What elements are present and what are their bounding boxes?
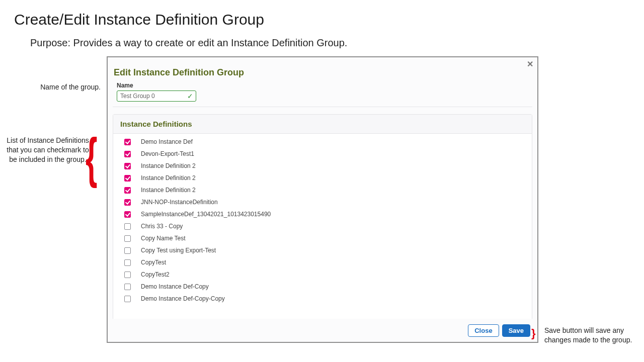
list-item: CopyTest [113, 256, 532, 268]
list-item-label: Copy Name Test [141, 235, 532, 242]
brace-icon: { [86, 130, 98, 185]
checkbox[interactable] [124, 151, 131, 157]
list-item: Devon-Export-Test1 [113, 148, 532, 160]
list-item: Copy Test using Export-Test [113, 244, 532, 256]
checkbox[interactable] [124, 296, 131, 302]
annotation-save: Save button will save any changes made t… [544, 326, 640, 345]
list-item: Demo Instance Def [113, 136, 532, 148]
page-purpose: Purpose: Provides a way to create or edi… [30, 37, 347, 49]
list-item: Instance Definition 2 [113, 172, 532, 184]
list-item-label: JNN-NOP-InstanceDefinition [141, 199, 532, 206]
checkbox[interactable] [124, 247, 131, 254]
checkbox[interactable] [124, 199, 131, 206]
dialog-footer: Close Save [468, 324, 530, 337]
list-item-label: Demo Instance Def-Copy [141, 283, 532, 290]
instance-definitions-list[interactable]: Demo Instance DefDevon-Export-Test1Insta… [113, 134, 532, 319]
edit-group-dialog: ✕ Edit Instance Definition Group Name ✓ … [107, 56, 538, 343]
list-item-label: Instance Definition 2 [141, 174, 532, 182]
list-item-label: Chris 33 - Copy [141, 223, 532, 230]
list-item-label: SampleInstanceDef_13042021_1013423015490 [141, 211, 532, 218]
checkbox[interactable] [124, 187, 131, 194]
close-button[interactable]: Close [468, 324, 499, 337]
list-item: Chris 33 - Copy [113, 220, 532, 232]
page-title: Create/Edit Instance Definition Group [14, 11, 264, 28]
checkbox[interactable] [124, 175, 131, 182]
list-item-label: Devon-Export-Test1 [141, 150, 532, 157]
list-item: Instance Definition 2 [113, 160, 532, 172]
checkbox[interactable] [124, 163, 131, 169]
list-item: JNN-NOP-InstanceDefinition [113, 196, 532, 208]
brace-icon: } [531, 328, 536, 339]
list-item: CopyTest2 [113, 268, 532, 281]
list-item-label: CopyTest [141, 259, 532, 266]
instance-definitions-panel: Instance Definitions Demo Instance DefDe… [113, 114, 532, 319]
name-field-block: Name ✓ [113, 82, 532, 107]
list-item: Demo Instance Def-Copy [113, 281, 532, 293]
list-item: Instance Definition 2 [113, 184, 532, 196]
checkbox[interactable] [124, 235, 131, 242]
section-title: Instance Definitions [113, 115, 532, 134]
name-label: Name [117, 82, 528, 89]
list-item: Demo Instance Def-Copy-Copy [113, 293, 532, 305]
list-item-label: Copy Test using Export-Test [141, 247, 532, 254]
dialog-body: Edit Instance Definition Group Name ✓ In… [113, 64, 532, 319]
name-input-wrap: ✓ [117, 90, 196, 102]
list-item-label: Instance Definition 2 [141, 187, 532, 194]
list-item: SampleInstanceDef_13042021_1013423015490 [113, 208, 532, 220]
group-name-input[interactable] [117, 90, 196, 102]
dialog-title: Edit Instance Definition Group [113, 64, 532, 82]
annotation-name: Name of the group. [0, 82, 101, 92]
checkbox[interactable] [124, 139, 131, 145]
checkbox[interactable] [124, 211, 131, 218]
checkbox[interactable] [124, 259, 131, 266]
checkbox[interactable] [124, 272, 131, 278]
list-item-label: Instance Definition 2 [141, 162, 532, 169]
checkbox[interactable] [124, 223, 131, 230]
list-item-label: Demo Instance Def [141, 138, 532, 145]
list-item: Copy Name Test [113, 232, 532, 244]
documentation-page: Create/Edit Instance Definition Group Pu… [0, 0, 644, 362]
list-item-label: Demo Instance Def-Copy-Copy [141, 295, 532, 302]
list-item-label: CopyTest2 [141, 271, 532, 278]
checkbox[interactable] [124, 284, 131, 290]
annotation-list: List of Instance Definitions that you ca… [5, 136, 91, 164]
save-button[interactable]: Save [502, 324, 530, 337]
